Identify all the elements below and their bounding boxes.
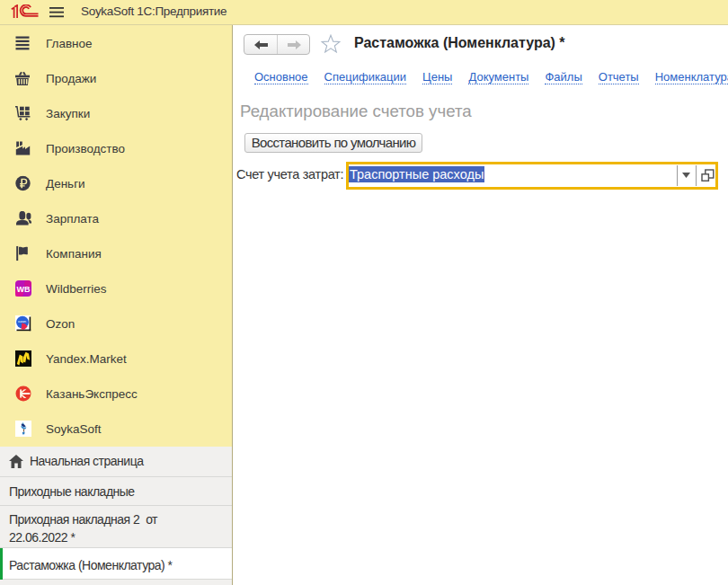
svg-text:WB: WB <box>17 284 31 293</box>
svg-text:ozon: ozon <box>18 319 27 324</box>
